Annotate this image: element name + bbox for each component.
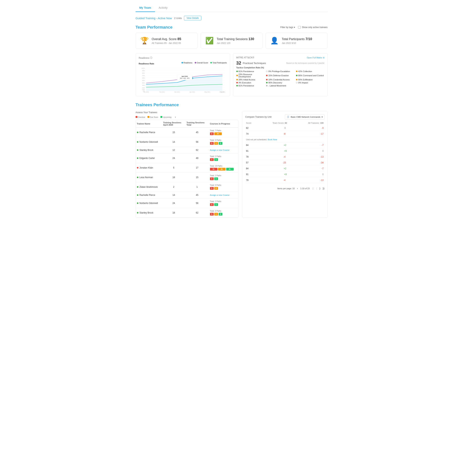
trainee-name: Stanley Brock: [140, 149, 153, 151]
status-dot: [137, 194, 138, 196]
status-dot: [137, 202, 138, 204]
trainee-name-cell-5: Lesa Norman: [136, 173, 162, 182]
assign-new-course[interactable]: Assign a new Course: [210, 149, 230, 151]
tab-activity[interactable]: Activity: [155, 4, 171, 12]
sessions-april-5: 18: [162, 173, 186, 182]
status-dot: [137, 167, 138, 169]
tab-my-team[interactable]: My Team: [135, 4, 155, 12]
all-diff: -13: [320, 155, 323, 158]
last-page-button[interactable]: ⟩⟩: [322, 187, 324, 190]
team-diff: +9: [284, 173, 287, 176]
tactic-defense-evasion: 15% Defense Evasion: [266, 73, 294, 78]
open-full-matrix-button[interactable]: Open Full Matrix ⧉: [307, 56, 324, 59]
sessions-total-8: 56: [186, 198, 209, 208]
sessions-april-3: 24: [162, 153, 186, 163]
trainee-name: Jonatan Klain: [140, 166, 153, 169]
compare-score: 84: [246, 167, 249, 170]
all-diff: -9: [322, 127, 324, 129]
assign-new-course[interactable]: Assign a new Course: [210, 194, 230, 196]
trainees-section: Trainees Performance Assess Your Trainee…: [135, 102, 328, 218]
tactic-label: 95% Discovery: [268, 81, 282, 84]
compare-row-2: Unit not yet scheduled. Book Now: [245, 137, 324, 142]
compare-row-0: 82 0 -9: [245, 125, 324, 131]
course-total: Total: 7 Paths: [210, 130, 237, 132]
info-icon: ⓘ: [150, 56, 152, 60]
checkbox-box: [298, 26, 301, 29]
compare-scores-header: Score Team Score: 82 All Trainees: 100: [245, 122, 324, 124]
tactic-discovery: 95% Discovery: [266, 81, 294, 84]
compare-row-5: 78 -4 -13: [245, 154, 324, 160]
svg-text:50%: 50%: [142, 80, 145, 81]
sessions-april-2: 12: [162, 147, 186, 153]
compare-row-8: 91 +9 0: [245, 171, 324, 177]
tactic-label: 15% Defense Evasion: [268, 74, 289, 77]
trainee-name: Zlatan Ibrahimovic: [140, 186, 158, 188]
items-per-page[interactable]: Items per page: 10: [277, 187, 295, 190]
prev-page-button[interactable]: ⟨: [316, 187, 317, 190]
all-diff: -17: [320, 133, 323, 135]
next-page-button[interactable]: ⟩: [319, 187, 320, 190]
svg-text:40%: 40%: [142, 82, 145, 84]
unit-name: Basic CMD Network Commands: [291, 116, 321, 118]
avg-score-value: 85: [177, 37, 181, 41]
table-row: Norberto Odonnell1456Total: 3 Paths111: [136, 137, 238, 147]
readiness-title: Readiness ⓘ: [139, 56, 227, 60]
course-pill: 1: [210, 132, 214, 135]
mitre-panel: MITRE ATT&CK® Open Full Matrix ⧉ 32 Prac…: [233, 53, 328, 96]
compare-score: 84: [246, 144, 249, 146]
show-active-trainees-checkbox[interactable]: Show only active trainees: [298, 26, 328, 29]
svg-text:60%: 60%: [142, 77, 145, 79]
checkmark-icon: ✅: [205, 37, 214, 45]
course-total: Total: 2 Paths: [210, 200, 237, 202]
stat-content-participants: Total Participants 7/10 Jan 2022 6/10: [282, 37, 312, 45]
tactic-label: - Lateral Movement: [268, 85, 286, 87]
trainee-name: Rachelle Pierce: [140, 194, 155, 196]
sessions-sub: Jan 2022 120: [217, 42, 254, 45]
svg-text:80%: 80%: [142, 72, 145, 74]
chevron-down-icon-pagination[interactable]: ▾: [297, 187, 298, 190]
tactic-label: 81% Persistence: [239, 70, 254, 72]
course-total: Total: 3 Paths: [210, 139, 237, 141]
assess-label: Assess Your Trainees: [135, 111, 238, 114]
view-details-button[interactable]: View Details: [184, 16, 201, 20]
team-performance-header: Team Performance Filter by tags ▾ Show o…: [135, 25, 328, 30]
courses-cell-5: Total: 2 Paths11: [209, 173, 238, 182]
courses-cell-4: Total: 19 Paths4+4+4+: [209, 163, 238, 173]
unit-selector[interactable]: 🖥 Basic CMD Network Commands ▾: [285, 114, 324, 120]
first-page-button[interactable]: ⟨⟨: [312, 187, 314, 190]
course-pill: 1: [219, 142, 222, 145]
practiced-label: Practiced Techniques: [243, 62, 266, 65]
course-total: Total: 19 Paths: [210, 165, 237, 167]
trainee-name-cell-6: Zlatan Ibrahimovic: [136, 182, 162, 192]
courses-cell-0: Total: 7 Paths14+: [209, 128, 238, 137]
team-performance-title: Team Performance: [135, 25, 172, 30]
filter-icon[interactable]: ▼: [174, 116, 176, 118]
person-icon: 👤: [270, 37, 279, 45]
table-row: Edgardo Carter2449Total: 2 Paths11: [136, 153, 238, 163]
mitre-title-label: MITRE ATT&CK®: [236, 56, 254, 59]
tactic-lateral-movement: - Lateral Movement: [266, 85, 294, 87]
course-total: Total: 2 Paths: [210, 155, 237, 157]
svg-text:Mar 2021: Mar 2021: [174, 91, 180, 93]
sessions-total-6: 1: [186, 182, 209, 192]
svg-text:Month: Month: [221, 91, 224, 93]
sessions-april-7: 14: [162, 192, 186, 198]
trainee-name: Norberto Odonnell: [140, 141, 158, 143]
tactic-resource-development: 23% Resource Development: [236, 73, 265, 78]
all-diff: -7: [322, 144, 324, 146]
svg-text:April 2021: April 2021: [181, 76, 188, 77]
legend-overall-score: Overall Score: [195, 62, 208, 64]
book-now-link[interactable]: Book Now: [267, 138, 277, 141]
trainee-name: Lesa Norman: [140, 176, 153, 179]
avg-score-sub: All Trainees 65 · Jan 2022 65: [152, 42, 181, 45]
filter-by-tags[interactable]: Filter by tags ▾: [280, 26, 295, 29]
all-diff: -13: [320, 179, 323, 181]
svg-text:Jan 2021: Jan 2021: [143, 91, 149, 93]
trainee-name-cell-0: Rachelle Pierce: [136, 128, 162, 137]
trainees-content: Assess Your Trainees Overdue Due Soon Up…: [135, 111, 328, 218]
tactic-label: 0% Privilege Escalation: [268, 70, 290, 72]
tactic-label: 23% Resource Development: [239, 73, 265, 78]
course-total: Total: 3 Paths: [210, 184, 237, 186]
sessions-total-0: 45: [186, 128, 209, 137]
svg-text:Feb 2021: Feb 2021: [159, 91, 165, 93]
